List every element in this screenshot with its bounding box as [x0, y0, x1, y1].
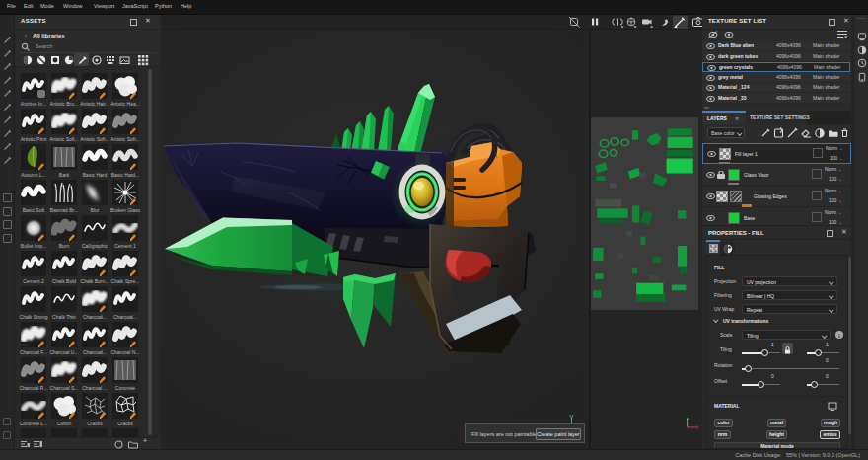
svg-text:i: i — [838, 332, 840, 340]
